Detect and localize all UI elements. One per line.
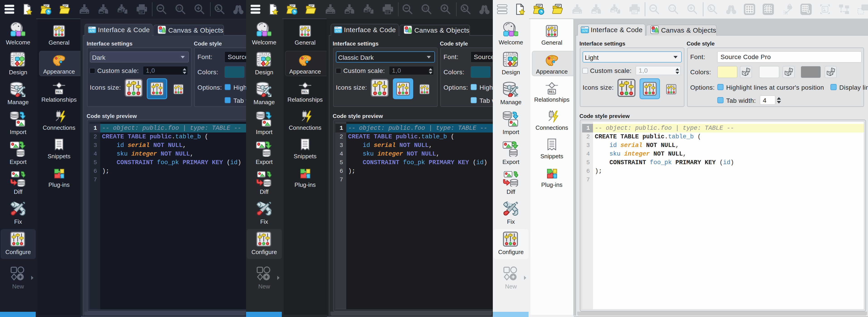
svg-text:REL: REL (56, 90, 62, 94)
svg-text:</>: </> (90, 30, 95, 33)
svg-text:</>: </> (336, 30, 341, 33)
svg-text:</>: </> (582, 30, 587, 33)
svg-text:1:1: 1:1 (177, 6, 182, 10)
svg-text:1:1: 1:1 (423, 6, 428, 10)
svg-text:REL: REL (302, 90, 308, 94)
svg-text:1:1: 1:1 (670, 6, 674, 10)
svg-text:REL: REL (549, 90, 555, 94)
